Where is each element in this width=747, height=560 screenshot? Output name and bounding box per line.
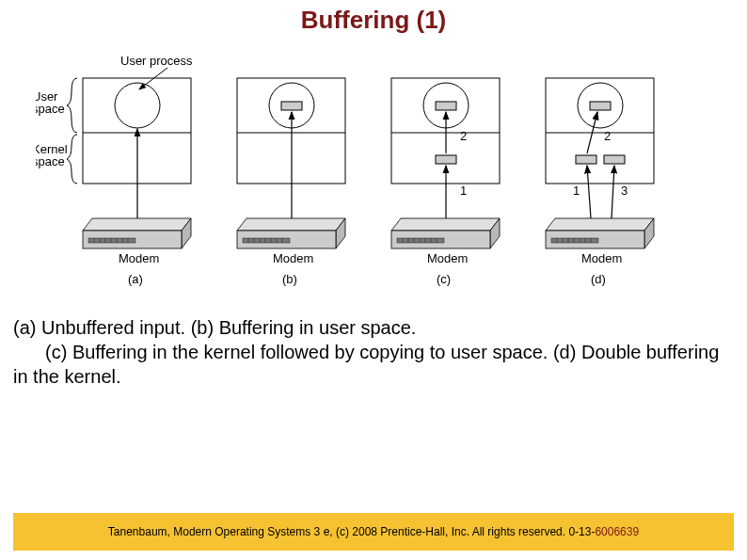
svg-rect-33 (590, 102, 611, 110)
svg-line-36 (587, 166, 591, 218)
svg-point-14 (115, 83, 160, 128)
svg-rect-25 (436, 102, 456, 110)
svg-rect-19 (281, 102, 302, 110)
svg-rect-30 (546, 78, 654, 184)
step2-label: 2 (604, 129, 611, 143)
footer-citation: Tanenbaum, Modern Operating Systems 3 e,… (108, 525, 596, 538)
step1-label: 1 (460, 184, 467, 198)
svg-rect-35 (604, 155, 625, 164)
variant-b: Modem (b) (237, 78, 345, 286)
user-process-label: User process (120, 54, 193, 68)
variant-d-label: (d) (591, 272, 606, 286)
page-title: Buffering (1) (0, 6, 747, 35)
svg-text:Modem: Modem (273, 251, 313, 265)
modem-label: Modem (119, 251, 159, 265)
variant-c-label: (c) (437, 272, 451, 286)
step1-label: 1 (573, 184, 580, 198)
modem-icon (83, 218, 191, 248)
footer-bar: Tanenbaum, Modern Operating Systems 3 e,… (13, 513, 734, 551)
step2-label: 2 (460, 129, 467, 143)
kernel-space-label: Kernelspace (36, 142, 68, 168)
svg-rect-26 (436, 155, 456, 164)
footer-isbn: 6006639 (595, 525, 639, 538)
caption-b: (b) Buffering in user space. (191, 317, 417, 338)
step3-label: 3 (621, 184, 628, 198)
svg-line-38 (612, 166, 614, 218)
caption: (a) Unbuffered input. (b) Buffering in u… (0, 315, 747, 389)
buffering-diagram: Userspace Kernelspace User process Modem… (36, 54, 747, 298)
caption-c: (c) Buffering in the kernel followed by … (13, 342, 548, 362)
variant-d: 1 2 3 Modem (d) (546, 78, 654, 286)
variant-c: 1 2 Modem (c) (391, 78, 500, 286)
svg-text:Modem: Modem (581, 251, 622, 265)
variant-a-label: (a) (128, 272, 143, 286)
svg-rect-34 (576, 155, 596, 164)
variant-b-label: (b) (282, 272, 297, 286)
caption-a: (a) Unbuffered input. (13, 317, 185, 338)
user-space-label: Userspace (36, 89, 65, 116)
variant-a: Modem (a) (83, 78, 191, 286)
svg-text:Modem: Modem (427, 251, 468, 265)
